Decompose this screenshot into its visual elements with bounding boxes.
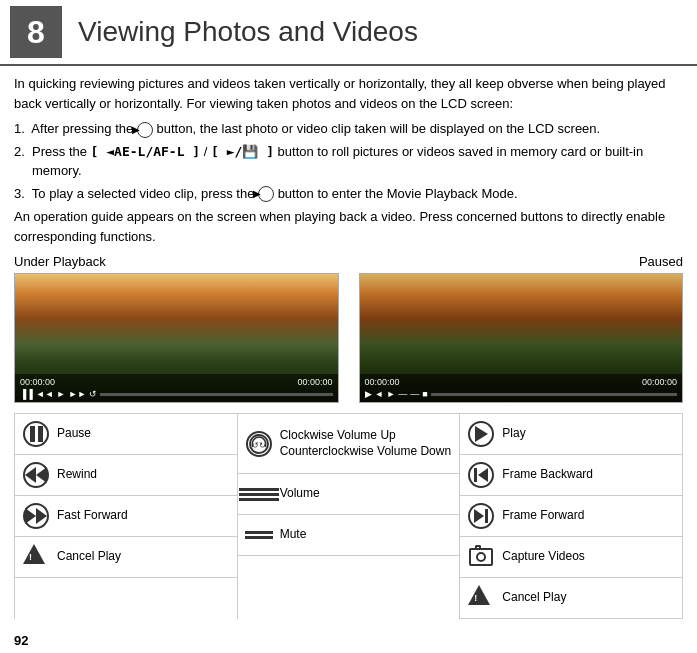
frame-forward-icon-cell — [466, 501, 496, 531]
mute-line-1 — [245, 531, 273, 534]
mute-icon-cell — [244, 520, 274, 550]
volume-label: Volume — [280, 486, 320, 502]
icon-row-pause: Pause — [15, 414, 237, 455]
intro-paragraph: In quicking reviewing pictures and video… — [14, 74, 683, 113]
rewind-tri-2 — [36, 467, 47, 483]
pause-icon — [23, 421, 49, 447]
step-2: 2. Press the [ ◄AE-L/AF-L ] / [ ►/💾 ] bu… — [14, 142, 683, 181]
frame-fwd-bar — [485, 509, 488, 523]
icon-col-left: Pause Rewind — [15, 414, 238, 619]
capture-notch — [475, 545, 481, 548]
vol-line-2 — [239, 493, 279, 496]
page-number: 92 — [0, 627, 697, 653]
controls-bar-right: ▶ ◄ ► — — ■ — [365, 389, 678, 399]
key-play: [ ►/💾 ] — [211, 144, 274, 159]
pause-icon-cell — [21, 419, 51, 449]
cancel-icon-cell-left: ! — [21, 542, 51, 572]
icon-row-cancel-left: ! Cancel Play — [15, 537, 237, 578]
icon-row-rewind: Rewind — [15, 455, 237, 496]
timecode-left-end: 00:00:00 — [297, 377, 332, 387]
play-label: Play — [502, 426, 525, 442]
button-icon-3: ▶ — [258, 186, 274, 202]
icon-row-play: Play — [460, 414, 682, 455]
frame-backward-label: Frame Backward — [502, 467, 593, 483]
warn-triangle-right: ! — [468, 585, 490, 605]
volume-icon-cell — [244, 479, 274, 509]
rewind-arrows — [25, 467, 47, 483]
mute-label: Mute — [280, 527, 307, 543]
label-under-playback: Under Playback — [14, 254, 106, 269]
rewind-icon-cell — [21, 460, 51, 490]
cancel-icon-right: ! — [468, 585, 494, 611]
ff-tri-2 — [36, 508, 47, 524]
frame-fwd-tri — [474, 509, 484, 523]
cancel-label-left: Cancel Play — [57, 549, 121, 565]
capture-label: Capture Videos — [502, 549, 585, 565]
pause-bars — [30, 426, 43, 442]
controls-bar-left: ▐▐ ◄◄ ► ►► ↺ — [20, 389, 333, 399]
frame-bwd-bar — [474, 468, 477, 482]
button-icon-1: ▶ — [137, 122, 153, 138]
icon-row-capture: Capture Videos — [460, 537, 682, 578]
fastforward-icon — [23, 503, 49, 529]
chapter-number: 8 — [10, 6, 62, 58]
icon-table: Pause Rewind — [14, 413, 683, 619]
frame-backward-shape — [474, 468, 488, 482]
rewind-tri-1 — [25, 467, 36, 483]
pause-bar-2 — [38, 426, 43, 442]
pause-bar-1 — [30, 426, 35, 442]
capture-video-icon — [469, 548, 493, 566]
screenshot-playback: 00:00:00 00:00:00 ▐▐ ◄◄ ► ►► ↺ — [14, 273, 339, 403]
step-3: 3. To play a selected video clip, press … — [14, 184, 683, 204]
progress-track-left — [100, 393, 332, 396]
pause-label: Pause — [57, 426, 91, 442]
volume-lines-icon — [239, 488, 279, 501]
fastforward-label: Fast Forward — [57, 508, 128, 524]
warn-exclaim-right: ! — [474, 593, 477, 603]
time-bar-left: 00:00:00 00:00:00 — [20, 377, 333, 387]
cancel-icon-left: ! — [23, 544, 49, 570]
rewind-label: Rewind — [57, 467, 97, 483]
capture-lens — [476, 552, 486, 562]
page-header: 8 Viewing Photos and Videos — [0, 0, 697, 66]
volknob-label: Clockwise Volume UpCounterclockwise Volu… — [280, 428, 451, 459]
frame-backward-icon — [468, 462, 494, 488]
label-paused: Paused — [639, 254, 683, 269]
vol-line-3 — [239, 498, 279, 501]
frame-backward-icon-cell — [466, 460, 496, 490]
playback-section-labels: Under Playback Paused — [14, 254, 683, 269]
warn-exclaim-left: ! — [29, 552, 32, 562]
rewind-icon — [23, 462, 49, 488]
icon-row-volume: Volume — [238, 474, 460, 515]
capture-icon-cell — [466, 542, 496, 572]
key-ael: [ ◄AE-L/AF-L ] — [91, 144, 201, 159]
icon-col-right: Play Frame Backward — [460, 414, 682, 619]
volume-knob-icon: ↺↻ — [246, 431, 272, 457]
fastforward-icon-cell — [21, 501, 51, 531]
icon-row-frame-backward: Frame Backward — [460, 455, 682, 496]
screenshot-paused: 00:00:00 00:00:00 ▶ ◄ ► — — ■ — [359, 273, 684, 403]
cancel-icon-cell-right: ! — [466, 583, 496, 613]
timecode-right-end: 00:00:00 — [642, 377, 677, 387]
icon-row-fastforward: Fast Forward — [15, 496, 237, 537]
screenshots-row: 00:00:00 00:00:00 ▐▐ ◄◄ ► ►► ↺ 00:00:00 — [14, 273, 683, 403]
volknob-icon-cell: ↺↻ — [244, 429, 274, 459]
play-icon-cell — [466, 419, 496, 449]
cancel-label-right: Cancel Play — [502, 590, 566, 606]
steps-list: 1. After pressing the ▶ button, the last… — [14, 119, 683, 203]
page-content: In quicking reviewing pictures and video… — [0, 66, 697, 627]
warn-triangle-left: ! — [23, 544, 45, 564]
playback-overlay: 00:00:00 00:00:00 ▐▐ ◄◄ ► ►► ↺ — [15, 374, 338, 402]
note-text: An operation guide appears on the screen… — [14, 207, 683, 246]
vol-knob-svg: ↺↻ — [248, 433, 270, 455]
play-triangle — [475, 426, 488, 442]
frame-forward-label: Frame Forward — [502, 508, 584, 524]
svg-text:↺↻: ↺↻ — [252, 441, 266, 450]
mute-lines-icon — [245, 531, 273, 539]
icon-col-mid: ↺↻ Clockwise Volume UpCounterclockwise V… — [238, 414, 461, 619]
progress-track-right — [431, 393, 677, 396]
timecode-left-start: 00:00:00 — [20, 377, 55, 387]
icon-row-mute: Mute — [238, 515, 460, 556]
step-1: 1. After pressing the ▶ button, the last… — [14, 119, 683, 139]
frame-forward-icon — [468, 503, 494, 529]
